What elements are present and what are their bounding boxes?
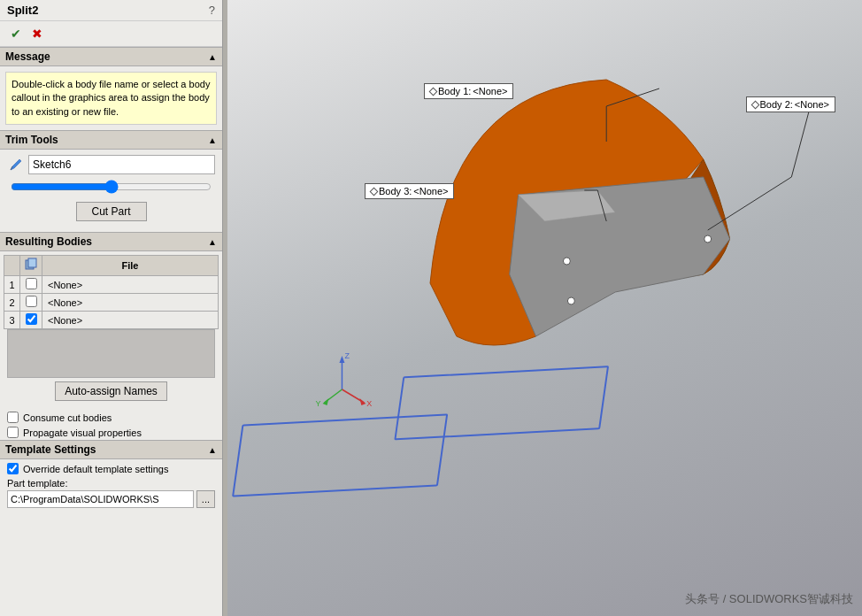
svg-text:Y: Y: [316, 399, 321, 408]
body1-callout-label: Body 1:: [438, 86, 471, 96]
row-check-3[interactable]: [20, 312, 42, 329]
axis-indicator: Z X Y: [316, 351, 373, 408]
col-header-check: [20, 256, 42, 276]
trim-tools-content: Cut Part: [0, 150, 222, 232]
svg-marker-16: [323, 398, 329, 405]
body1-callout-value: <None>: [473, 86, 507, 96]
bodies-content: File 1<None>2<None>3<None> Auto-assign N…: [0, 251, 222, 410]
template-path-row: ...: [7, 490, 215, 508]
message-chevron-icon: ▲: [208, 52, 217, 62]
handle-dot-1: [563, 258, 570, 265]
body3-callout[interactable]: Body 3: <None>: [365, 183, 454, 199]
sketch-icon: [7, 156, 25, 173]
svg-rect-4: [233, 414, 447, 496]
row-checkbox-2[interactable]: [26, 296, 37, 307]
resulting-bodies-label: Resulting Bodies: [5, 235, 92, 248]
trim-slider[interactable]: [11, 180, 212, 194]
trim-tools-label: Trim Tools: [5, 134, 58, 146]
svg-rect-3: [28, 258, 36, 267]
body2-callout-label: Body 2:: [760, 99, 793, 110]
handle-dot-2: [567, 297, 574, 304]
body3-callout-label: Body 3:: [379, 186, 412, 196]
template-content: Override default template settings Part …: [0, 459, 222, 512]
confirm-button[interactable]: ✔: [7, 25, 25, 42]
sketch-shapes: [233, 366, 608, 496]
body1-callout[interactable]: Body 1: <None>: [424, 83, 513, 99]
auto-assign-button[interactable]: Auto-assign Names: [55, 381, 167, 401]
template-settings-label: Template Settings: [5, 443, 96, 456]
col-header-file: File: [42, 256, 219, 276]
resulting-bodies-section-header[interactable]: Resulting Bodies ▲: [0, 232, 222, 251]
trim-tools-section-header[interactable]: Trim Tools ▲: [0, 130, 222, 150]
svg-line-7: [791, 111, 809, 177]
row-num-1: 1: [4, 276, 20, 294]
table-row: 2<None>: [4, 294, 219, 312]
trim-tools-chevron-icon: ▲: [208, 135, 217, 145]
gray-shape: [510, 177, 730, 336]
template-settings-chevron-icon: ▲: [208, 445, 217, 455]
cancel-button[interactable]: ✖: [28, 25, 46, 42]
part-template-label: Part template:: [7, 478, 215, 489]
svg-text:X: X: [366, 399, 372, 408]
row-check-1[interactable]: [20, 276, 42, 294]
bodies-gray-area: [7, 329, 215, 378]
cut-part-button[interactable]: Cut Part: [76, 202, 147, 221]
col-header-num: [4, 256, 20, 276]
message-section-label: Message: [5, 50, 50, 63]
resulting-bodies-chevron-icon: ▲: [208, 237, 217, 247]
body1-callout-diamond: [429, 87, 438, 96]
help-icon[interactable]: ?: [209, 4, 215, 17]
slider-container: [7, 180, 215, 196]
panel-title-bar: Split2 ?: [0, 0, 222, 21]
sketch-row: [7, 155, 215, 174]
watermark: 头条号 / SOLIDWORKS智诚科技: [685, 591, 853, 607]
body2-callout-value: <None>: [795, 99, 829, 110]
row-file-1[interactable]: <None>: [42, 276, 219, 294]
svg-text:Z: Z: [344, 351, 350, 360]
sketch-input[interactable]: [28, 155, 215, 174]
row-num-2: 2: [4, 294, 20, 312]
template-settings-section-header[interactable]: Template Settings ▲: [0, 440, 222, 459]
panel-title: Split2: [7, 4, 38, 17]
bodies-table: File 1<None>2<None>3<None>: [4, 255, 219, 329]
body2-callout[interactable]: Body 2: <None>: [746, 96, 835, 112]
row-num-3: 3: [4, 312, 20, 329]
message-text: Double-click a body file name or select …: [5, 72, 217, 125]
consume-cut-bodies-label: Consume cut bodies: [23, 412, 112, 423]
row-file-2[interactable]: <None>: [42, 294, 219, 312]
left-panel: Split2 ? ✔ ✖ Message ▲ Double-click a bo…: [0, 0, 223, 616]
propagate-visual-checkbox[interactable]: [7, 427, 19, 438]
row-file-3[interactable]: <None>: [42, 312, 219, 329]
row-check-2[interactable]: [20, 294, 42, 312]
table-row: 1<None>: [4, 276, 219, 294]
override-label: Override default template settings: [23, 464, 168, 474]
propagate-visual-label: Propagate visual properties: [23, 427, 142, 438]
svg-rect-5: [395, 366, 608, 439]
handle-dot-3: [704, 235, 712, 243]
body3-callout-value: <None>: [413, 186, 448, 196]
scene-svg: Z X Y: [227, 0, 862, 616]
body3-callout-diamond: [370, 187, 379, 196]
viewport: Z X Y Body 1: <None> Body 2: <None> Body…: [227, 0, 862, 616]
template-path-input[interactable]: [7, 490, 194, 508]
table-row: 3<None>: [4, 312, 219, 329]
row-checkbox-1[interactable]: [26, 278, 37, 289]
override-row: Override default template settings: [7, 463, 215, 474]
message-section-header[interactable]: Message ▲: [0, 47, 222, 66]
override-checkbox[interactable]: [7, 463, 19, 474]
body2-callout-diamond: [750, 100, 759, 109]
row-checkbox-3[interactable]: [26, 313, 37, 325]
action-row: ✔ ✖: [0, 21, 222, 47]
propagate-visual-row: Propagate visual properties: [0, 425, 222, 440]
template-browse-button[interactable]: ...: [196, 490, 215, 508]
svg-marker-0: [11, 159, 21, 170]
consume-cut-bodies-checkbox[interactable]: [7, 412, 19, 423]
consume-cut-bodies-row: Consume cut bodies: [0, 410, 222, 425]
svg-marker-13: [359, 398, 366, 405]
